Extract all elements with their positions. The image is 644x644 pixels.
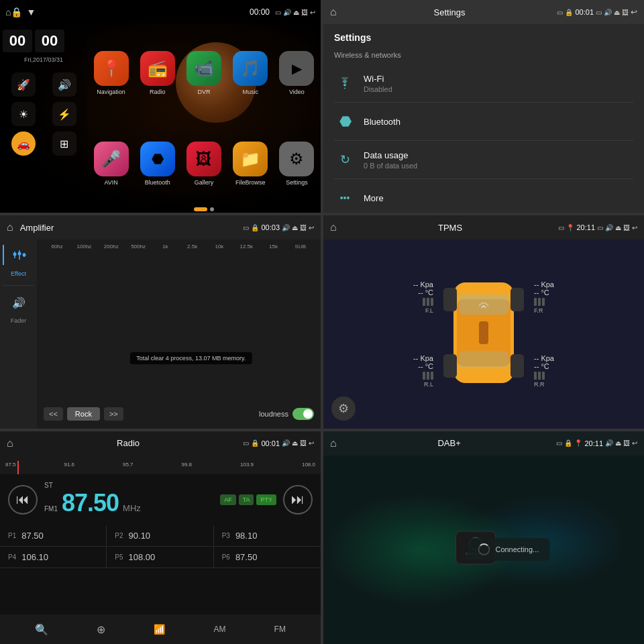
freq-scale: 87.5 91.6 95.7 99.8 103.9 108.0 (5, 455, 315, 474)
amp-effect-btn[interactable] (3, 245, 34, 265)
wifi-name: Wi-Fi (364, 74, 633, 84)
radio-fm-signal-btn[interactable]: 📶 (154, 624, 165, 635)
preset-p4[interactable]: P4 106.10 (0, 547, 107, 568)
loudness-toggle[interactable] (292, 408, 314, 420)
amp-bottom: << Rock >> loudness (37, 399, 321, 429)
more-dots-icon: ••• (334, 187, 356, 209)
radio-search-btn[interactable]: 🔍 (35, 623, 48, 636)
tire-fl-label: F.L (413, 307, 433, 314)
signal-icon: ▼ (26, 7, 36, 17)
dab-status: ▭ 🔒 📍 20:11 🔊 ⏏ 🖼 ↩ (556, 439, 637, 447)
preset-p2[interactable]: P2 90.10 (107, 525, 213, 546)
sidebar-dots-icon[interactable]: ⊞ (52, 131, 76, 156)
dab-vol-icon: 🔊 (605, 439, 613, 447)
tpms-home-icon[interactable]: ⌂ (330, 221, 337, 233)
settings-vid-icon: ▭ (596, 9, 602, 16)
panel-amplifier: ⌂ Amplifier ▭ 🔒 00:03 🔊 ⏏ 🖼 ↩ Effect 🔊 F… (0, 215, 321, 428)
eq-labels: 60hz 100hz 200hz 500hz 1k 2.5k 10k 12.5k… (37, 239, 321, 253)
page-dot-1[interactable] (194, 207, 207, 211)
radio-home-icon[interactable]: ⌂ (7, 437, 13, 449)
dab-home-icon[interactable]: ⌂ (330, 437, 337, 449)
preset-p5[interactable]: P5 108.00 (107, 547, 213, 568)
settings-back-icon[interactable]: ↩ (631, 7, 637, 17)
tpms-settings-btn[interactable]: ⚙ (331, 396, 356, 421)
home-topbar: ⌂ 🔒 ▼ 00:00 ▭ 🔊 ⏏ 🖼 ↩ (0, 0, 321, 24)
sidebar-car-icon[interactable]: 🚗 (11, 131, 36, 156)
back-icon[interactable]: ↩ (310, 9, 315, 16)
eq-label-3: 500hz (125, 244, 152, 250)
home-sidebar: 00 00 Fri,2017/03/31 🚀 🔊 ☀ ⚡ 🚗 ⊞ (0, 24, 87, 213)
app-bluetooth[interactable]: ⬣ Bluetooth (137, 121, 178, 207)
more-info: More (364, 193, 633, 203)
settings-data-item[interactable]: ↻ Data usage 0 B of data used (334, 141, 633, 179)
app-video[interactable]: ▶ Video (276, 31, 317, 116)
wifi-icon (334, 72, 356, 94)
settings-more-item[interactable]: ••• More (334, 179, 633, 213)
preset-p3[interactable]: P3 98.10 (214, 525, 321, 546)
sidebar-brightness-icon[interactable]: ☀ (11, 102, 36, 126)
radio-screen-icon: ▭ (243, 439, 249, 447)
tire-rr-bars (534, 372, 554, 380)
func-af-btn[interactable]: AF (220, 494, 236, 505)
amp-back-icon[interactable]: ↩ (309, 224, 314, 231)
eq-label-5: 2.5k (178, 244, 205, 250)
lock-icon: 🔒 (11, 7, 22, 17)
tire-rl: -- Kpa -- °C R.L (413, 354, 433, 388)
amp-next-btn[interactable]: >> (104, 407, 123, 421)
radio-next-btn[interactable]: ⏭ (283, 485, 313, 515)
settings-wifi-item[interactable]: Wi-Fi Disabled (334, 64, 633, 103)
page-dot-2[interactable] (210, 207, 214, 211)
app-navigation[interactable]: 📍 Navigation (91, 31, 131, 116)
app-dvr[interactable]: 📹 DVR (183, 31, 224, 116)
amp-preset-btn[interactable]: Rock (67, 407, 100, 421)
dab-connecting-text: Connecting... (495, 545, 539, 553)
settings-home-icon[interactable]: ⌂ (330, 6, 337, 18)
settings-bt-item[interactable]: ⬣ Bluetooth (334, 103, 633, 141)
amp-vol-btn[interactable]: 🔊 (3, 294, 34, 312)
radio-tag: ST (44, 482, 53, 489)
tpms-title: TPMS (342, 223, 559, 233)
bluetooth-label: Bluetooth (145, 179, 170, 186)
app-avin[interactable]: 🎤 AVIN (91, 121, 131, 207)
freq-103: 103.9 (240, 455, 254, 474)
amp-prev-btn[interactable]: << (44, 407, 63, 421)
settings-icon: ⚙ (279, 142, 314, 176)
func-pty-btn[interactable]: PTY (256, 494, 276, 505)
radio-main: ⏮ ST FM1 87.50 MHz AF TA PTY ⏭ (0, 474, 321, 525)
tire-rl-temp: -- °C (413, 362, 433, 370)
app-settings[interactable]: ⚙ Settings (276, 121, 317, 207)
radio-freq-display: ST (44, 482, 213, 489)
amp-home-icon[interactable]: ⌂ (7, 221, 13, 233)
radio-band: FM1 (44, 505, 58, 513)
radio-am-btn[interactable]: AM (213, 625, 225, 634)
sidebar-eq-icon[interactable]: ⚡ (52, 102, 76, 126)
settings-status-icons: ▭ 🔒 00:01 ▭ 🔊 ⏏ 🖼 ↩ (557, 7, 637, 17)
radio-bottom-bar: 🔍 ⊕ 📶 AM FM (0, 614, 321, 644)
preset-p5-freq: 108.00 (129, 552, 156, 562)
app-gallery[interactable]: 🖼 Gallery (183, 121, 224, 207)
app-filebrowse[interactable]: 📁 FileBrowse (230, 121, 271, 207)
func-btn-row: AF TA PTY (220, 494, 276, 505)
tpms-back-icon[interactable]: ↩ (632, 224, 637, 231)
radio-topbar: ⌂ Radio ▭ 🔒 00:01 🔊 ⏏ 🖼 ↩ (0, 431, 321, 455)
app-music[interactable]: 🎵 Music (230, 31, 271, 116)
amp-time: 00:03 (261, 223, 280, 231)
dab-back-icon[interactable]: ↩ (632, 439, 637, 447)
radio-fm-btn[interactable]: FM (274, 625, 286, 634)
svg-rect-34 (459, 294, 508, 315)
sidebar-vol-icon[interactable]: 🔊 (52, 72, 76, 97)
radio-antenna-btn[interactable]: ⊕ (97, 623, 105, 636)
home-icon[interactable]: ⌂ (5, 7, 11, 17)
func-ta-btn[interactable]: TA (239, 494, 254, 505)
sidebar-row-1: 🚀 🔊 (3, 72, 85, 97)
sidebar-rocket-icon[interactable]: 🚀 (11, 72, 36, 97)
dab-pic-icon: 🖼 (623, 439, 630, 447)
amp-screen-icon: ▭ (243, 224, 249, 231)
eq-label-1: 100hz (70, 244, 97, 250)
radio-back-icon[interactable]: ↩ (309, 439, 314, 447)
radio-prev-btn[interactable]: ⏮ (8, 485, 38, 515)
preset-p6[interactable]: P6 87.50 (214, 547, 321, 568)
app-radio[interactable]: 📻 Radio (137, 31, 178, 116)
preset-p1[interactable]: P1 87.50 (0, 525, 107, 546)
dab-pin-icon: 📍 (574, 439, 582, 447)
